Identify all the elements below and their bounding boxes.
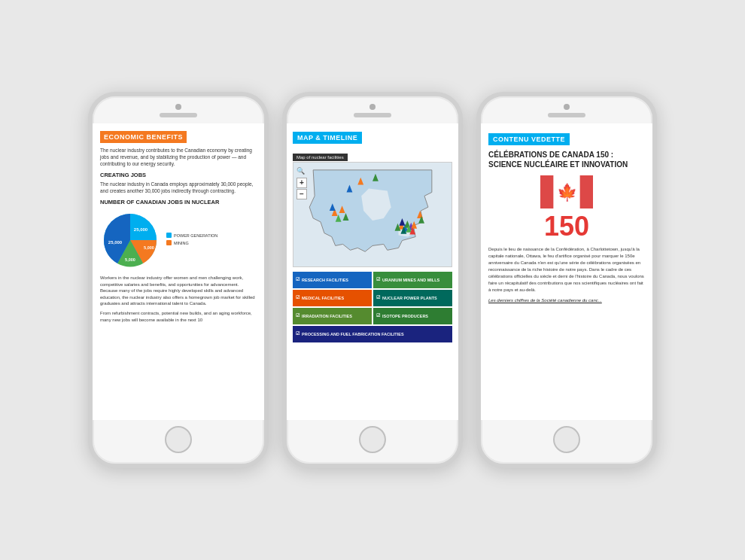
svg-text:25,000: 25,000 xyxy=(108,240,123,245)
phone-3-content: CONTENU VEDETTE CÉLÉBRATIONS DE CANADA 1… xyxy=(481,123,652,420)
svg-text:🍁: 🍁 xyxy=(557,182,578,202)
phone-1-intro: The nuclear industry contributes to the … xyxy=(100,147,257,167)
canada-map-svg xyxy=(293,163,452,266)
svg-text:5,000: 5,000 xyxy=(144,245,154,250)
legend-dot-mining xyxy=(166,240,172,245)
flag-area: 🍁 xyxy=(488,175,645,208)
speaker-3 xyxy=(548,113,585,117)
check-icon-processing: ☑ xyxy=(296,331,300,336)
phone-2-bottom xyxy=(287,426,458,464)
svg-text:25,000: 25,000 xyxy=(134,227,148,232)
phone-1-section-title: CREATING JOBS xyxy=(100,172,257,178)
legend-processing[interactable]: ☑ PROCESSING AND FUEL FABRICATION FACILI… xyxy=(293,326,452,342)
phone-1-body2: From refurbishment contracts, potential … xyxy=(100,310,257,323)
phone-1-header: ECONOMIC BENEFITS xyxy=(100,131,187,143)
speaker-1 xyxy=(160,113,197,117)
legend-grid: ☑ RESEARCH FACILITIES ☑ URANIUM MINES AN… xyxy=(293,272,452,342)
phone-1-content: ECONOMIC BENEFITS The nuclear industry c… xyxy=(93,123,264,420)
phone-3-link[interactable]: Les derniers chiffres de la Société cana… xyxy=(488,298,645,303)
phone-1-chart-section: NUMBER OF CANADIAN JOBS IN NUCLEAR xyxy=(100,199,257,205)
phone-1-section-body: The nuclear industry in Canada employs a… xyxy=(100,181,257,194)
phone-2-content: MAP & TIMELINE Map of nuclear facilities… xyxy=(287,123,458,420)
canada-flag: 🍁 xyxy=(540,175,593,208)
phone-1-bottom xyxy=(93,426,264,464)
home-button-3[interactable] xyxy=(553,426,580,453)
pie-legend: POWER GENERATION MINING xyxy=(166,233,217,248)
big-number: 150 xyxy=(488,213,645,240)
phone-3-title: CÉLÉBRATIONS DE CANADA 150 : SCIENCE NUC… xyxy=(488,150,645,169)
legend-label-nuclear: NUCLEAR POWER PLANTS xyxy=(382,296,437,301)
phone-2-top xyxy=(287,96,458,117)
phone-1-top xyxy=(93,96,264,117)
map-area: 🔍 + − xyxy=(293,162,452,267)
phone-1-body: Workers in the nuclear industry offer wo… xyxy=(100,275,257,306)
legend-medical[interactable]: ☑ MEDICAL FACILITIES xyxy=(293,290,372,306)
phone-3-header: CONTENU VEDETTE xyxy=(488,133,570,145)
phone-3-bottom xyxy=(481,426,652,464)
phone-3: CONTENU VEDETTE CÉLÉBRATIONS DE CANADA 1… xyxy=(476,92,657,468)
camera-2 xyxy=(369,104,376,110)
home-button-2[interactable] xyxy=(359,426,386,453)
phone-1-screen: ECONOMIC BENEFITS The nuclear industry c… xyxy=(93,123,264,420)
pie-chart: 25,000 5,000 5,000 25,000 xyxy=(100,210,160,270)
legend-label-mining: MINING xyxy=(174,241,189,245)
legend-label-irradiation: IRRADIATION FACILITIES xyxy=(302,314,352,319)
phone-1: ECONOMIC BENEFITS The nuclear industry c… xyxy=(88,92,269,468)
map-label-bar: Map of nuclear facilities xyxy=(293,148,452,162)
svg-text:5,000: 5,000 xyxy=(125,257,135,262)
legend-power: POWER GENERATION xyxy=(166,233,217,238)
phone-3-body: Depuis le lieu de naissance de la Conféd… xyxy=(488,246,645,294)
legend-label-medical: MEDICAL FACILITIES xyxy=(302,296,344,301)
svg-rect-29 xyxy=(540,175,554,208)
phone-3-top xyxy=(481,96,652,117)
speaker-2 xyxy=(354,113,391,117)
check-icon-medical: ☑ xyxy=(296,295,300,300)
chart-area: 25,000 5,000 5,000 25,000 POWER GENERATI… xyxy=(100,210,257,270)
legend-uranium[interactable]: ☑ URANIUM MINES AND MILLS xyxy=(373,272,452,288)
legend-isotope[interactable]: ☑ ISOTOPE PRODUCERS xyxy=(373,308,452,324)
home-button-1[interactable] xyxy=(165,426,192,453)
phone-2: MAP & TIMELINE Map of nuclear facilities… xyxy=(282,92,463,468)
legend-label-research: RESEARCH FACILITIES xyxy=(302,278,348,283)
camera-1 xyxy=(175,104,181,110)
legend-label-isotope: ISOTOPE PRODUCERS xyxy=(382,314,428,319)
legend-label-uranium: URANIUM MINES AND MILLS xyxy=(382,278,439,283)
legend-research[interactable]: ☑ RESEARCH FACILITIES xyxy=(293,272,372,288)
phone-2-screen: MAP & TIMELINE Map of nuclear facilities… xyxy=(287,123,458,420)
check-icon-isotope: ☑ xyxy=(376,313,380,318)
scene: ECONOMIC BENEFITS The nuclear industry c… xyxy=(0,0,745,560)
check-icon-nuclear: ☑ xyxy=(376,295,380,300)
legend-label-power: POWER GENERATION xyxy=(174,233,217,238)
legend-dot-power xyxy=(166,233,172,238)
camera-3 xyxy=(564,104,570,110)
svg-rect-30 xyxy=(580,175,594,208)
check-icon-irradiation: ☑ xyxy=(296,313,300,318)
check-icon-research: ☑ xyxy=(296,277,300,282)
legend-label-processing: PROCESSING AND FUEL FABRICATION FACILITI… xyxy=(302,332,404,337)
phone-3-screen: CONTENU VEDETTE CÉLÉBRATIONS DE CANADA 1… xyxy=(481,123,652,420)
map-header: MAP & TIMELINE xyxy=(293,132,362,144)
legend-mining: MINING xyxy=(166,240,217,245)
legend-nuclear[interactable]: ☑ NUCLEAR POWER PLANTS xyxy=(373,290,452,306)
check-icon-uranium: ☑ xyxy=(376,277,380,282)
legend-irradiation[interactable]: ☑ IRRADIATION FACILITIES xyxy=(293,308,372,324)
